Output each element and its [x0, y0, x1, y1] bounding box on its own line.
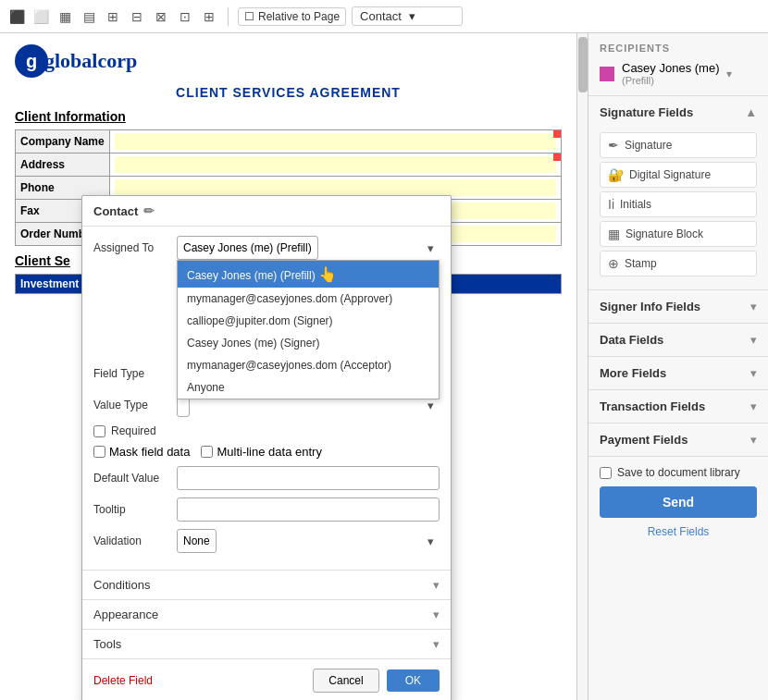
conditions-chevron: ▾	[433, 578, 440, 592]
company-name-label: Company Name	[16, 130, 110, 154]
tooltip-input[interactable]	[177, 497, 440, 522]
save-library-label: Save to document library	[617, 466, 740, 479]
default-value-row: Default Value	[93, 466, 440, 490]
required-checkbox[interactable]	[93, 425, 105, 437]
multi-line-checkbox[interactable]	[201, 446, 213, 458]
data-fields-section[interactable]: Data Fields ▾	[588, 324, 768, 357]
stamp-label: Stamp	[625, 257, 657, 270]
mask-field-checkbox[interactable]	[93, 446, 105, 458]
dropdown-item-5[interactable]: Anyone	[178, 376, 439, 399]
contact-dropdown[interactable]: Contact ▾	[352, 6, 463, 26]
more-fields-chevron: ▾	[750, 366, 757, 380]
popup-header: Contact ✏	[82, 196, 451, 227]
tools-section[interactable]: Tools ▾	[82, 629, 451, 658]
toolbar-icon-2[interactable]: ⬜	[31, 7, 50, 26]
validation-label: Validation	[93, 534, 177, 547]
dropdown-item-4[interactable]: mymanager@caseyjones.dom (Acceptor)	[178, 354, 439, 376]
send-button[interactable]: Send	[600, 486, 757, 518]
recipients-label: RECIPIENTS	[600, 43, 757, 54]
popup-body: Assigned To Casey Jones (me) (Prefill) ▾	[82, 227, 451, 570]
tooltip-row: Tooltip	[93, 497, 440, 522]
recipient-chevron: ▾	[726, 68, 732, 80]
dropdown-item-3[interactable]: Casey Jones (me) (Signer)	[178, 332, 439, 354]
table-row: Company Name	[16, 130, 562, 154]
signature-block-btn[interactable]: ▦ Signature Block	[600, 221, 757, 247]
mask-field-group: Mask field data	[93, 445, 190, 459]
payment-fields-section[interactable]: Payment Fields ▾	[588, 424, 768, 457]
scroll-bar[interactable]	[576, 33, 588, 700]
page-icon: ☐	[244, 10, 254, 23]
digital-signature-icon: 🔐	[608, 167, 624, 182]
transaction-fields-chevron: ▾	[750, 399, 757, 413]
validation-row: Validation None ▾	[93, 529, 440, 553]
stamp-btn[interactable]: ⊕ Stamp	[600, 251, 757, 276]
signature-btn[interactable]: ✒ Signature	[600, 132, 757, 158]
tools-label: Tools	[93, 637, 121, 651]
edit-icon[interactable]: ✏	[143, 203, 155, 218]
globe-letter: g	[26, 51, 37, 72]
toolbar-icon-6[interactable]: ⊟	[128, 7, 146, 26]
relative-to-page-toggle[interactable]: ☐ Relative to Page	[238, 7, 346, 26]
recipients-section: RECIPIENTS Casey Jones (me) (Prefill) ▾	[588, 33, 768, 96]
signature-fields-title: Signature Fields	[600, 105, 693, 119]
contact-dropdown-arrow: ▾	[409, 9, 454, 23]
dropdown-item-0[interactable]: Casey Jones (me) (Prefill) 👆	[178, 261, 439, 288]
validation-select[interactable]: None	[177, 529, 217, 553]
company-name-field[interactable]	[115, 133, 556, 150]
conditions-section[interactable]: Conditions ▾	[82, 570, 451, 599]
mask-field-label: Mask field data	[109, 445, 190, 459]
toolbar-icon-5[interactable]: ⊞	[104, 7, 122, 26]
toolbar-icon-8[interactable]: ⊡	[176, 7, 194, 26]
popup-footer: Delete Field Cancel OK	[82, 658, 451, 700]
toolbar-icon-9[interactable]: ⊞	[200, 7, 218, 26]
dropdown-item-2[interactable]: calliope@jupiter.dom (Signer)	[178, 310, 439, 332]
default-value-input[interactable]	[177, 466, 440, 490]
digital-signature-label: Digital Signature	[629, 168, 711, 181]
assigned-to-dropdown: Casey Jones (me) (Prefill) 👆 mymanager@c…	[177, 260, 440, 399]
validation-arrow: ▾	[427, 534, 434, 548]
assigned-to-select[interactable]: Casey Jones (me) (Prefill)	[177, 236, 318, 260]
pink-corner-2	[553, 154, 561, 161]
cancel-button[interactable]: Cancel	[313, 669, 378, 693]
mask-multiline-row: Mask field data Multi-line data entry	[93, 445, 440, 459]
dropdown-item-1[interactable]: mymanager@caseyjones.dom (Approver)	[178, 288, 439, 310]
document-content: g globalcorp CLIENT SERVICES AGREEMENT C…	[0, 33, 576, 313]
toolbar-icon-7[interactable]: ⊠	[152, 7, 170, 26]
signer-info-section[interactable]: Signer Info Fields ▾	[588, 290, 768, 324]
toolbar-icon-1[interactable]: ⬛	[7, 7, 26, 26]
phone-field[interactable]	[115, 179, 556, 196]
multi-line-group: Multi-line data entry	[201, 445, 321, 459]
transaction-fields-section[interactable]: Transaction Fields ▾	[588, 390, 768, 424]
signer-info-title: Signer Info Fields	[600, 300, 700, 313]
save-library-row: Save to document library	[600, 466, 757, 479]
toolbar-icon-4[interactable]: ▤	[80, 7, 98, 26]
digital-signature-btn[interactable]: 🔐 Digital Signature	[600, 162, 757, 188]
tooltip-label: Tooltip	[93, 503, 177, 516]
validation-select-wrapper[interactable]: None ▾	[177, 529, 440, 553]
address-field[interactable]	[115, 156, 556, 173]
toolbar: ⬛ ⬜ ▦ ▤ ⊞ ⊟ ⊠ ⊡ ⊞ ☐ Relative to Page Con…	[0, 0, 768, 33]
conditions-label: Conditions	[93, 578, 150, 592]
main-area: g globalcorp CLIENT SERVICES AGREEMENT C…	[0, 33, 768, 700]
more-fields-section[interactable]: More Fields ▾	[588, 357, 768, 390]
ok-button[interactable]: OK	[387, 669, 440, 692]
relative-to-page-label: Relative to Page	[258, 10, 340, 23]
recipient-row[interactable]: Casey Jones (me) (Prefill) ▾	[600, 61, 757, 86]
data-fields-chevron: ▾	[750, 333, 757, 347]
initials-icon: Ii	[608, 197, 614, 212]
popup-title: Contact	[93, 204, 138, 218]
field-edit-popup: Contact ✏ Assigned To Casey Jones (me) (…	[81, 195, 452, 700]
recipient-name: Casey Jones (me)	[622, 61, 719, 75]
scroll-thumb[interactable]	[578, 37, 588, 92]
delete-field-link[interactable]: Delete Field	[93, 674, 305, 687]
default-value-label: Default Value	[93, 472, 177, 485]
reset-fields-link[interactable]: Reset Fields	[600, 525, 757, 538]
initials-btn[interactable]: Ii Initials	[600, 191, 757, 217]
appearance-section[interactable]: Appearance ▾	[82, 599, 451, 629]
signature-fields-header[interactable]: Signature Fields ▲	[588, 96, 768, 129]
save-library-checkbox[interactable]	[600, 467, 612, 479]
assigned-to-label: Assigned To	[93, 241, 177, 254]
signer-info-chevron: ▾	[750, 300, 757, 313]
assigned-to-select-wrapper[interactable]: Casey Jones (me) (Prefill) ▾	[177, 236, 440, 260]
toolbar-icon-3[interactable]: ▦	[56, 7, 74, 26]
